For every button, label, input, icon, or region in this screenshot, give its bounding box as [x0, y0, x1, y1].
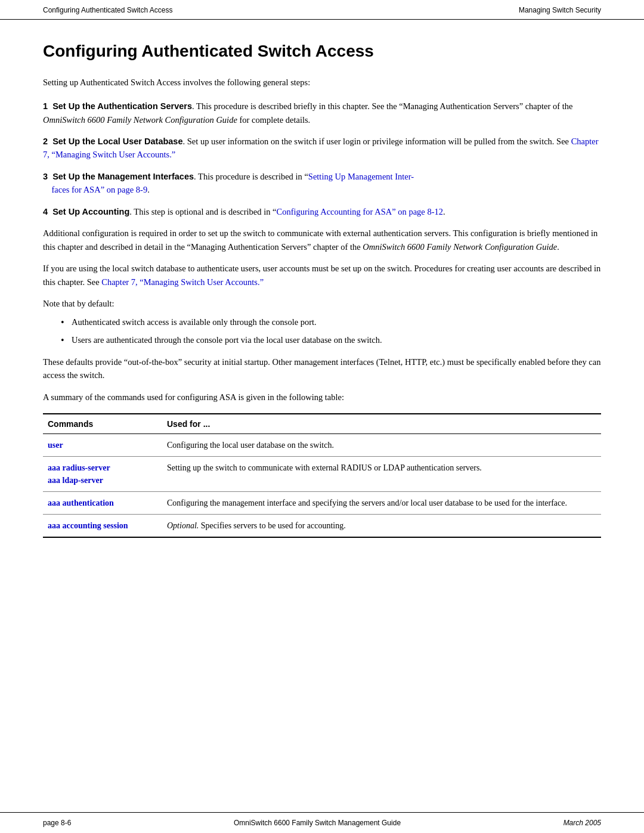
step-4-number: 4	[43, 207, 52, 216]
step-2-number: 2	[43, 137, 52, 146]
intro-paragraph: Setting up Authenticated Switch Access i…	[43, 76, 601, 89]
defaults-paragraph: These defaults provide “out-of-the-box” …	[43, 355, 601, 382]
page-container: Configuring Authenticated Switch Access …	[0, 0, 644, 833]
step-3: 3 Set Up the Management Interfaces. This…	[43, 170, 601, 197]
additional-para-2: If you are using the local switch databa…	[43, 262, 601, 289]
additional-para-1: Additional configuration is required in …	[43, 227, 601, 253]
table-row: aaa authentication Configuring the manag…	[43, 492, 601, 515]
footer-date: March 2005	[564, 819, 601, 827]
header-left: Configuring Authenticated Switch Access	[43, 6, 172, 14]
step-2-title: Set Up the Local User Database	[52, 137, 182, 146]
table-row: aaa radius-server aaa ldap-server Settin…	[43, 457, 601, 492]
cmd-aaa-authentication-link[interactable]: aaa authentication	[48, 497, 155, 509]
header-right: Managing Switch Security	[519, 6, 601, 14]
header-bar: Configuring Authenticated Switch Access …	[0, 0, 644, 20]
main-content: Configuring Authenticated Switch Access …	[0, 20, 644, 586]
page-title: Configuring Authenticated Switch Access	[43, 41, 601, 61]
table-cell-cmd-user: user	[43, 434, 162, 457]
footer-bar: page 8-6 OmniSwitch 6600 Family Switch M…	[0, 812, 644, 833]
note-heading: Note that by default:	[43, 297, 601, 310]
table-header-commands: Commands	[43, 414, 162, 434]
table-cell-cmd-aaa-auth: aaa authentication	[43, 492, 162, 515]
step-3-number: 3	[43, 172, 52, 181]
table-header-row: Commands Used for ...	[43, 414, 601, 434]
table-cell-cmd-aaa-radius: aaa radius-server aaa ldap-server	[43, 457, 162, 492]
step-1-title: Set Up the Authentication Servers	[52, 101, 192, 111]
bullet-item-2: Users are authenticated through the cons…	[61, 333, 601, 346]
table-cell-desc-aaa-radius: Setting up the switch to communicate wit…	[162, 457, 601, 492]
summary-paragraph: A summary of the commands used for confi…	[43, 391, 601, 404]
step-3-title: Set Up the Management Interfaces	[52, 172, 194, 181]
step-4-title: Set Up Accounting	[52, 207, 129, 216]
additional-para-2-link[interactable]: Chapter 7, “Managing Switch User Account…	[101, 277, 264, 287]
step-2: 2 Set Up the Local User Database. Set up…	[43, 135, 601, 162]
commands-table: Commands Used for ... user Configuring t…	[43, 413, 601, 538]
cmd-aaa-ldap-link[interactable]: aaa ldap-server	[48, 474, 155, 487]
table-header-used-for: Used for ...	[162, 414, 601, 434]
table-cell-desc-aaa-auth: Configuring the management interface and…	[162, 492, 601, 515]
table-row: aaa accounting session Optional. Specifi…	[43, 515, 601, 538]
bullet-list: Authenticated switch access is available…	[61, 315, 601, 347]
table-cell-cmd-aaa-accounting: aaa accounting session	[43, 515, 162, 538]
cmd-aaa-accounting-link[interactable]: aaa accounting session	[48, 519, 155, 532]
table-row: user Configuring the local user database…	[43, 434, 601, 457]
table-cell-desc-aaa-accounting: Optional. Specifies servers to be used f…	[162, 515, 601, 538]
step-4: 4 Set Up Accounting. This step is option…	[43, 205, 601, 218]
step-1: 1 Set Up the Authentication Servers. Thi…	[43, 100, 601, 126]
step-4-link[interactable]: Configuring Accounting for ASA” on page …	[276, 207, 443, 216]
cmd-aaa-radius-link[interactable]: aaa radius-server	[48, 462, 155, 474]
bullet-item-1: Authenticated switch access is available…	[61, 315, 601, 329]
table-cell-desc-user: Configuring the local user database on t…	[162, 434, 601, 457]
footer-center-text: OmniSwitch 6600 Family Switch Management…	[71, 819, 563, 827]
step-1-number: 1	[43, 101, 52, 111]
cmd-user-link[interactable]: user	[48, 439, 155, 451]
footer-page-number: page 8-6	[43, 819, 71, 827]
